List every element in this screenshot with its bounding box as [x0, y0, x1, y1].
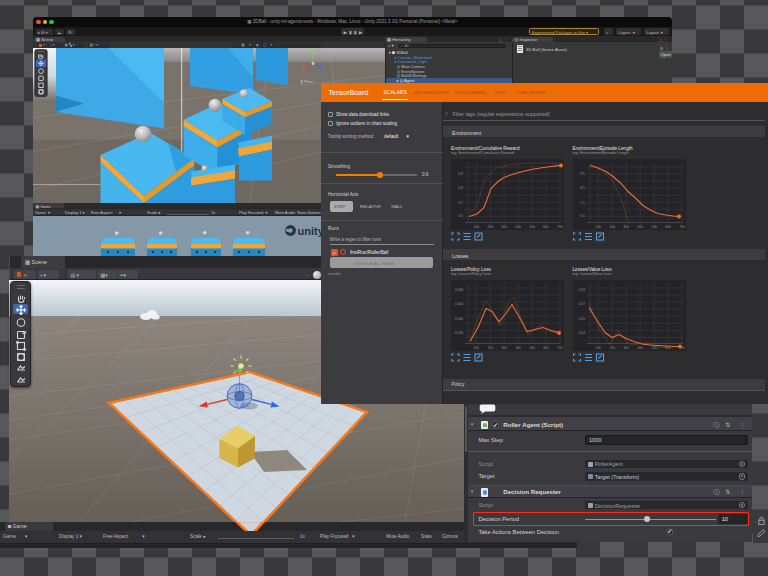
svg-text:70k: 70k — [679, 224, 685, 228]
svg-text:30k: 30k — [501, 224, 507, 228]
svg-text:50k: 50k — [651, 224, 657, 228]
svg-text:0.044: 0.044 — [455, 302, 463, 306]
svg-text:60k: 60k — [543, 224, 549, 228]
svg-text:60k: 60k — [543, 345, 549, 349]
svg-text:0.8: 0.8 — [458, 186, 463, 190]
svg-text:9.5: 9.5 — [580, 172, 585, 176]
svg-text:20k: 20k — [488, 224, 494, 228]
svg-text:0.036: 0.036 — [455, 330, 463, 334]
svg-text:7.5: 7.5 — [580, 200, 585, 204]
svg-text:0.9: 0.9 — [458, 172, 463, 176]
svg-text:0.07: 0.07 — [578, 302, 585, 306]
svg-text:0.040: 0.040 — [455, 316, 463, 320]
svg-text:50k: 50k — [530, 345, 536, 349]
svg-text:10k: 10k — [595, 224, 601, 228]
svg-text:40k: 40k — [516, 345, 522, 349]
svg-text:0.6: 0.6 — [458, 214, 463, 218]
svg-text:6.5: 6.5 — [580, 214, 585, 218]
svg-text:❮ Pers: ❮ Pers — [300, 79, 313, 84]
svg-text:10k: 10k — [473, 224, 479, 228]
svg-text:60k: 60k — [665, 224, 671, 228]
svg-text:0.09: 0.09 — [578, 288, 585, 292]
svg-text:0.7: 0.7 — [458, 200, 463, 204]
svg-text:40k: 40k — [637, 224, 643, 228]
svg-text:50k: 50k — [529, 224, 535, 228]
svg-text:70k: 70k — [557, 345, 563, 349]
svg-text:10k: 10k — [474, 345, 480, 349]
svg-text:40k: 40k — [515, 224, 521, 228]
svg-text:0.03: 0.03 — [578, 330, 585, 334]
svg-text:0.05: 0.05 — [578, 316, 585, 320]
svg-text:40k: 40k — [637, 345, 643, 349]
svg-text:30k: 30k — [501, 345, 507, 349]
svg-text:0.048: 0.048 — [455, 288, 463, 292]
svg-text:20k: 20k — [609, 224, 615, 228]
svg-text:30k: 30k — [623, 224, 629, 228]
svg-text:8.5: 8.5 — [580, 186, 585, 190]
svg-text:20k: 20k — [488, 345, 494, 349]
svg-text:70k: 70k — [557, 224, 563, 228]
svg-text:20k: 20k — [609, 345, 615, 349]
svg-text:30k: 30k — [623, 345, 629, 349]
svg-text:10k: 10k — [595, 345, 601, 349]
